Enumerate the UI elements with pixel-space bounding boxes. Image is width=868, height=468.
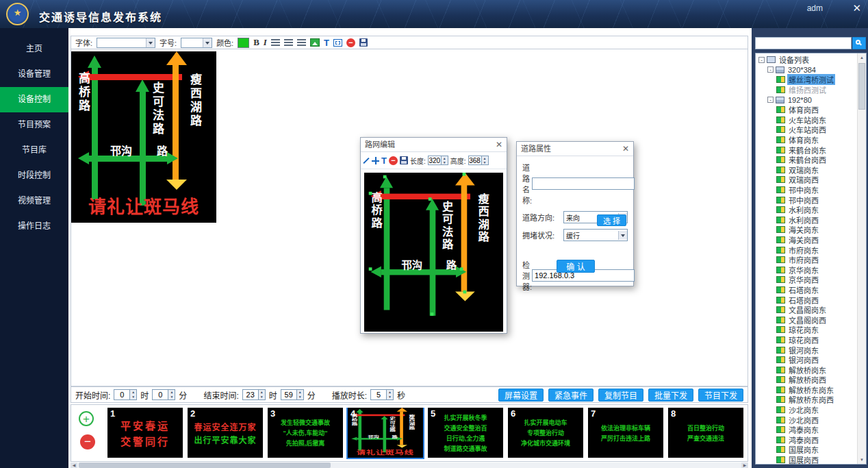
tree-node-label[interactable]: 水利岗西: [787, 214, 820, 225]
program-thumb-7[interactable]: 7依法治理非标车辆严厉打击违法上路: [588, 408, 663, 458]
length-input[interactable]: [428, 156, 442, 165]
tree-node-label[interactable]: 体育岗东: [787, 134, 820, 145]
tree-node-label[interactable]: 国展岗西: [787, 454, 820, 464]
tree-node-label[interactable]: 水利岗东: [787, 204, 820, 215]
tree-node-label[interactable]: 海关岗东: [787, 224, 820, 235]
device-search-input[interactable]: [755, 37, 852, 49]
tree-node-label[interactable]: 京华岗西: [787, 274, 820, 285]
insert-image-icon[interactable]: [310, 38, 320, 47]
sidebar-item-4[interactable]: 节目库: [0, 138, 68, 163]
tree-node-label[interactable]: 市府岗东: [787, 245, 820, 256]
tree-collapse-icon[interactable]: -: [767, 97, 774, 103]
tree-node-label[interactable]: 文昌阁岗东: [787, 304, 828, 315]
tree-node-label[interactable]: 解放桥东岗西: [787, 394, 835, 405]
sidebar-item-7[interactable]: 操作日志: [0, 214, 68, 239]
add-program-button[interactable]: +: [79, 411, 94, 426]
delete-icon[interactable]: −: [346, 38, 355, 47]
program-thumb-4[interactable]: 4 高桥路 史可法路 瘦西湖路 邗沟 路 请礼让斑马线: [348, 408, 423, 458]
tree-node-label[interactable]: 市府岗西: [787, 254, 820, 265]
height-stepper[interactable]: ▲▼: [482, 156, 489, 165]
tree-collapse-icon[interactable]: -: [767, 66, 774, 73]
tree-node-label[interactable]: 银河岗西: [787, 354, 820, 365]
tree-node-label[interactable]: 沙北岗西: [787, 415, 820, 426]
action-button-0[interactable]: 屏幕设置: [498, 389, 544, 402]
tree-node-label[interactable]: 琼花岗西: [787, 334, 820, 345]
program-thumb-5[interactable]: 5扎实开展秋冬季交通安全整治百日行动,全力遏制道路交通事故: [428, 408, 503, 458]
sidebar-item-6[interactable]: 视频管理: [0, 188, 68, 214]
sidebar-item-5[interactable]: 时段控制: [0, 163, 68, 188]
tree-node-label[interactable]: 设备列表: [778, 55, 810, 65]
end-hour-stepper[interactable]: ▲▼: [259, 389, 266, 400]
tree-node-label[interactable]: 解放桥东岗东: [787, 384, 835, 395]
scrollbar-thumb[interactable]: [79, 463, 331, 468]
horizontal-scrollbar[interactable]: ◀ ▶: [71, 463, 748, 468]
close-icon[interactable]: ✕: [496, 138, 502, 151]
italic-button[interactable]: I: [264, 37, 267, 48]
tree-collapse-icon[interactable]: -: [758, 57, 765, 63]
tree-node-label[interactable]: 320*384: [787, 66, 817, 74]
chevron-down-icon[interactable]: [618, 231, 627, 240]
font-select[interactable]: [97, 38, 155, 48]
sidebar-item-1[interactable]: 设备管理: [0, 62, 68, 87]
scroll-down-icon[interactable]: ▼: [858, 456, 866, 464]
font-size-select[interactable]: [181, 38, 212, 48]
confirm-button[interactable]: 确 认: [557, 260, 595, 273]
start-minute-stepper[interactable]: ▲▼: [168, 389, 175, 400]
tree-node-label[interactable]: 石塔岗西: [787, 295, 820, 306]
scrollbar-thumb[interactable]: [858, 63, 865, 110]
action-button-3[interactable]: 批量下发: [648, 389, 693, 402]
tree-node-label[interactable]: 国展岗东: [787, 444, 820, 455]
sidebar-item-3[interactable]: 节目预案: [0, 112, 68, 138]
tree-node-label[interactable]: 琼花岗东: [787, 324, 820, 335]
tree-node-label[interactable]: 鸿泰岗西: [787, 434, 820, 445]
action-button-2[interactable]: 复制节目: [598, 389, 643, 402]
text-tool-icon[interactable]: T: [324, 38, 329, 48]
tree-node-label[interactable]: 沙北岗东: [787, 404, 820, 415]
tree-node-label[interactable]: 192*80: [787, 96, 813, 104]
end-minute-stepper[interactable]: ▲▼: [297, 389, 304, 400]
fit-screen-icon[interactable]: [333, 39, 342, 47]
tree-node-label[interactable]: 螺丝湾桥测试: [787, 74, 835, 85]
height-input[interactable]: [468, 156, 482, 165]
tree-node-label[interactable]: 海关岗西: [787, 234, 820, 245]
remove-program-button[interactable]: −: [80, 434, 95, 449]
congestion-select[interactable]: 缓行: [563, 229, 628, 241]
search-button[interactable]: [852, 37, 866, 49]
road-name-input[interactable]: [532, 177, 635, 190]
end-hour-input[interactable]: [242, 389, 259, 400]
sidebar-item-2[interactable]: 设备控制: [0, 87, 68, 112]
bold-button[interactable]: B: [253, 37, 259, 48]
save-icon[interactable]: [400, 156, 408, 164]
action-button-1[interactable]: 紧急事件: [548, 389, 593, 402]
chevron-down-icon[interactable]: [146, 38, 155, 47]
tree-node-label[interactable]: 来鹤台岗西: [787, 154, 828, 165]
sidebar-item-0[interactable]: 主页: [0, 36, 68, 62]
align-center-icon[interactable]: [284, 39, 293, 46]
duration-stepper[interactable]: ▲▼: [387, 389, 394, 400]
tree-node-label[interactable]: 来鹤台岗东: [787, 145, 828, 156]
end-minute-input[interactable]: [281, 389, 297, 400]
start-hour-input[interactable]: [114, 389, 130, 400]
duration-input[interactable]: [370, 389, 387, 400]
tree-node-label[interactable]: 京华岗东: [787, 264, 820, 275]
chevron-down-icon[interactable]: [203, 38, 212, 47]
tree-node-label[interactable]: 文昌阁岗西: [787, 315, 828, 325]
program-thumb-1[interactable]: 1平安春运交警同行: [107, 408, 183, 458]
scroll-up-icon[interactable]: ▲: [858, 53, 866, 62]
scroll-left-icon[interactable]: ◀: [71, 463, 77, 468]
tree-node-label[interactable]: 解放桥岗东: [787, 365, 828, 375]
program-thumb-8[interactable]: 8百日整治行动严查交通违法: [668, 408, 743, 458]
tree-node-label[interactable]: 双瑞岗东: [787, 164, 820, 175]
align-right-icon[interactable]: [297, 39, 306, 46]
window-close-icon[interactable]: ✕: [852, 2, 861, 14]
tree-node-label[interactable]: 石塔岗东: [787, 284, 820, 295]
select-button[interactable]: 选 择: [597, 214, 626, 226]
tree-node-label[interactable]: 双瑞岗西: [787, 174, 820, 185]
draw-line-icon[interactable]: [363, 157, 369, 163]
delete-icon[interactable]: −: [389, 156, 398, 165]
tree-node-label[interactable]: 火车站岗西: [787, 124, 828, 135]
road-network-canvas[interactable]: 高桥路 史可法路 瘦西湖路 邗沟 路 请礼让斑马线: [364, 173, 503, 332]
tree-node-label[interactable]: 邗中岗西: [787, 195, 820, 206]
program-thumb-2[interactable]: 2春运安全连万家出行平安靠大家: [188, 408, 263, 458]
scroll-right-icon[interactable]: ▶: [741, 463, 748, 468]
